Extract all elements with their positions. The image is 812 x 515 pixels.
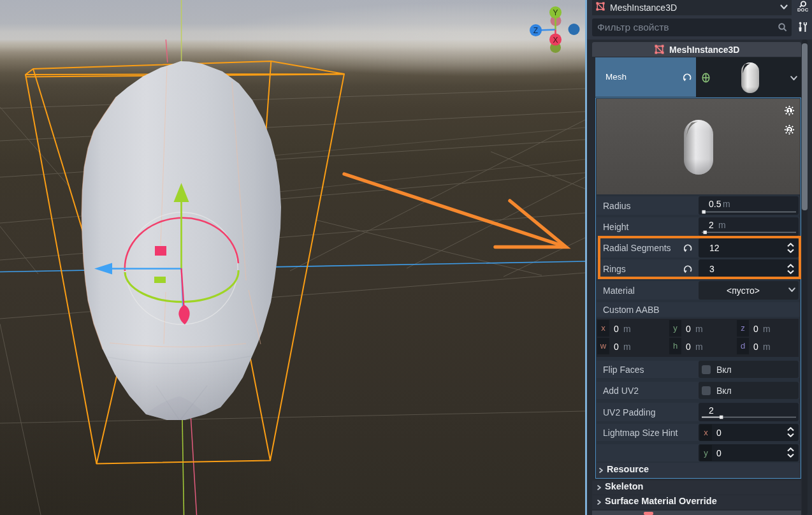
svg-text:2: 2 [788, 126, 791, 133]
svg-text:1: 1 [788, 107, 792, 114]
svg-text:Y: Y [553, 8, 558, 17]
svg-text:DOC: DOC [797, 7, 809, 13]
svg-text:Z: Z [533, 26, 538, 35]
svg-text:X: X [553, 36, 558, 45]
